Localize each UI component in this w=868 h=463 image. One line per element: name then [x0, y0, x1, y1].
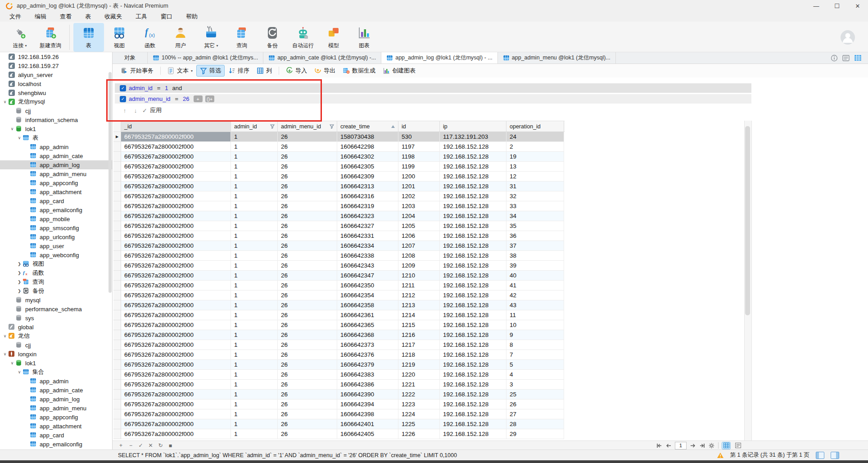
toggle-left-pane-icon[interactable] — [816, 452, 824, 459]
form-view-button[interactable] — [734, 442, 742, 449]
cell-admin_id[interactable]: 1 — [231, 340, 278, 350]
tree-item-lok1[interactable]: ∨lok1 — [0, 359, 112, 368]
tree-item-sys[interactable]: sys — [0, 313, 112, 322]
cell-operation_id[interactable]: 10 — [506, 320, 564, 330]
grid-blue-icon[interactable] — [854, 54, 862, 61]
cell-operation_id[interactable]: 3 — [506, 380, 564, 390]
tree-item-app_webconfig[interactable]: app_webconfig — [0, 250, 112, 259]
cell-operation_id[interactable]: 34 — [506, 211, 564, 221]
cell-admin_menu_id[interactable]: 26 — [278, 350, 337, 360]
cell-create_time[interactable]: 1606642327 — [337, 221, 398, 231]
cell-_id[interactable]: 667953267a2800002f000 — [121, 360, 231, 370]
cell-create_time[interactable]: 1606642350 — [337, 281, 398, 291]
row-selector[interactable] — [113, 340, 121, 350]
menu-帮助[interactable]: 帮助 — [179, 12, 204, 22]
cell-ip[interactable]: 192.168.152.128 — [440, 231, 506, 241]
cell-_id[interactable]: 667953267a2800002f000 — [121, 221, 231, 231]
cell-ip[interactable]: 192.168.152.128 — [440, 241, 506, 251]
cell-id[interactable]: 1199 — [398, 162, 440, 172]
cell-create_time[interactable]: 1606642401 — [337, 419, 398, 429]
table-row[interactable]: 667953267a2800002f0001261606642379121919… — [113, 360, 565, 370]
cell-ip[interactable]: 192.168.152.128 — [440, 281, 506, 291]
tree-item-app_appconfig[interactable]: app_appconfig — [0, 178, 112, 187]
tree-item-备份[interactable]: ❯备份 — [0, 286, 112, 295]
page-number-input[interactable]: 1 — [675, 442, 687, 449]
cell-admin_id[interactable]: 1 — [231, 380, 278, 390]
tree-item-app_admin_cate[interactable]: app_admin_cate — [0, 151, 112, 160]
cell-operation_id[interactable]: 33 — [506, 201, 564, 211]
table-row[interactable]: 667953267a2800002f0001261606642376121819… — [113, 350, 565, 360]
cell-_id[interactable]: 667953267a2800002f000 — [121, 162, 231, 172]
chevron-right-icon[interactable]: ❯ — [16, 289, 23, 293]
cell-admin_id[interactable]: 1 — [231, 142, 278, 152]
action-button-排序[interactable]: 排序 — [225, 65, 253, 77]
table-row[interactable]: 667953267a2800002f0001261606642343120919… — [113, 261, 565, 271]
cell-admin_menu_id[interactable]: 26 — [278, 419, 337, 429]
cell-admin_menu_id[interactable]: 26 — [278, 330, 337, 340]
chevron-right-icon[interactable]: ❯ — [16, 262, 23, 266]
cell-create_time[interactable]: 1606642302 — [337, 152, 398, 162]
cell-ip[interactable]: 192.168.152.128 — [440, 330, 506, 340]
delete-record-button[interactable]: − — [128, 442, 134, 448]
row-selector[interactable] — [113, 142, 121, 152]
cell-admin_id[interactable]: 1 — [231, 231, 278, 241]
tree-item-app_card[interactable]: app_card — [0, 196, 112, 205]
table-row[interactable]: 667953267a2800002f0001261606642358121319… — [113, 300, 565, 310]
cell-admin_id[interactable]: 1 — [231, 350, 278, 360]
cell-admin_id[interactable]: 1 — [231, 152, 278, 162]
cell-id[interactable]: 1197 — [398, 142, 440, 152]
chevron-right-icon[interactable]: ❯ — [16, 271, 23, 275]
row-selector[interactable] — [113, 419, 121, 429]
cell-id[interactable]: 1206 — [398, 231, 440, 241]
cell-ip[interactable]: 192.168.152.128 — [440, 162, 506, 172]
cell-create_time[interactable]: 1606642319 — [337, 201, 398, 211]
toolbar-button-查询[interactable]: 查询 — [226, 23, 257, 52]
cell-admin_menu_id[interactable]: 26 — [278, 310, 337, 320]
cell-id[interactable]: 1223 — [398, 399, 440, 409]
tree-item-app_user[interactable]: app_user — [0, 241, 112, 250]
menu-表[interactable]: 表 — [78, 12, 98, 22]
cell-admin_menu_id[interactable]: 26 — [278, 340, 337, 350]
row-selector[interactable] — [113, 390, 121, 399]
row-selector[interactable] — [113, 261, 121, 271]
cell-_id[interactable]: 667953267a2800002f000 — [121, 211, 231, 221]
table-row[interactable]: 667953267a2800002f0001261606642350121119… — [113, 281, 565, 291]
cell-admin_id[interactable]: 1 — [231, 390, 278, 399]
cell-admin_menu_id[interactable]: 26 — [278, 261, 337, 271]
stop-button[interactable]: ◼ — [167, 442, 173, 448]
cell-admin_menu_id[interactable]: 26 — [278, 251, 337, 261]
table-row[interactable]: 667953267a2800002f0001261606642390122219… — [113, 390, 565, 399]
cell-create_time[interactable]: 1606642323 — [337, 211, 398, 221]
cell-operation_id[interactable]: 41 — [506, 281, 564, 291]
cell-admin_id[interactable]: 1 — [231, 201, 278, 211]
cell-admin_menu_id[interactable]: 26 — [278, 429, 337, 439]
table-row[interactable]: 667953267a2800002f0001261606642405122619… — [113, 429, 565, 439]
cell-id[interactable]: 1219 — [398, 360, 440, 370]
table-row[interactable]: 667953267a2800002f0001261606642347121019… — [113, 271, 565, 281]
cell-ip[interactable]: 192.168.152.128 — [440, 370, 506, 380]
row-selector[interactable] — [113, 291, 121, 300]
cell-admin_menu_id[interactable]: 26 — [278, 191, 337, 201]
tree-item-cjj[interactable]: cjj — [0, 106, 112, 115]
toolbar-button-其它[interactable]: 其它▾ — [196, 23, 226, 52]
action-button-开始事务[interactable]: 开始事务 — [117, 65, 157, 77]
cell-operation_id[interactable]: 12 — [506, 172, 564, 182]
cell-operation_id[interactable]: 24 — [506, 132, 564, 142]
tree-item-shengbiwu[interactable]: shengbiwu — [0, 88, 112, 97]
cell-operation_id[interactable]: 26 — [506, 399, 564, 409]
cell-ip[interactable]: 192.168.152.128 — [440, 340, 506, 350]
table-row[interactable]: 667953267a2800002f0001261606642323120419… — [113, 211, 565, 221]
tree-item-app_admin_menu[interactable]: app_admin_menu — [0, 169, 112, 178]
cell-_id[interactable]: 667953267a2800002f000 — [121, 142, 231, 152]
table-row[interactable]: 667953267a2800002f0001261606642338120819… — [113, 251, 565, 261]
cell-_id[interactable]: 667953267a2800002f000 — [121, 261, 231, 271]
cell-ip[interactable]: 192.168.152.128 — [440, 419, 506, 429]
row-selector[interactable] — [113, 182, 121, 191]
filter-checkbox[interactable]: ✓ — [120, 96, 126, 102]
tree-item-视图[interactable]: ❯视图 — [0, 259, 112, 268]
cell-create_time[interactable]: 1606642334 — [337, 241, 398, 251]
column-header-create_time[interactable]: create_time — [337, 121, 398, 132]
table-row[interactable]: 667953267a2800002f0001261606642386122119… — [113, 380, 565, 390]
cell-admin_menu_id[interactable]: 26 — [278, 291, 337, 300]
cell-id[interactable]: 1210 — [398, 271, 440, 281]
